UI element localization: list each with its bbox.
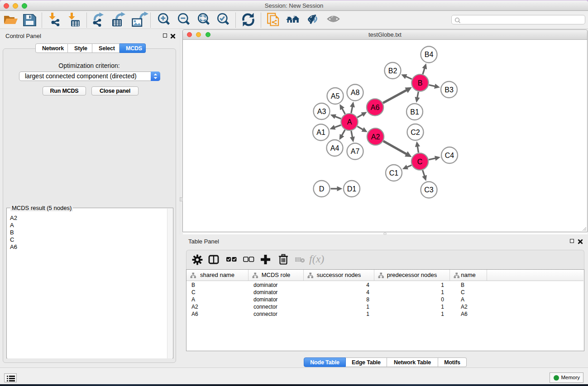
svg-text:A3: A3 — [317, 108, 326, 115]
svg-text:B1: B1 — [410, 108, 419, 116]
svg-text:A6: A6 — [371, 104, 380, 111]
svg-text:C1: C1 — [389, 169, 399, 177]
svg-text:D1: D1 — [347, 185, 357, 193]
svg-text:C3: C3 — [424, 186, 434, 194]
svg-text:B4: B4 — [425, 51, 434, 58]
svg-text:D: D — [319, 185, 325, 193]
svg-text:A1: A1 — [316, 129, 325, 136]
svg-text:A: A — [347, 118, 352, 126]
svg-text:C4: C4 — [445, 152, 454, 159]
svg-text:C2: C2 — [411, 129, 420, 136]
svg-text:A7: A7 — [351, 148, 360, 155]
svg-text:A8: A8 — [351, 89, 360, 96]
svg-text:B3: B3 — [445, 86, 454, 94]
svg-text:A5: A5 — [331, 92, 340, 100]
svg-text:A2: A2 — [371, 133, 380, 141]
svg-text:B: B — [418, 79, 423, 87]
svg-text:B2: B2 — [388, 67, 397, 75]
svg-text:C: C — [417, 158, 423, 166]
svg-text:A4: A4 — [330, 144, 339, 152]
